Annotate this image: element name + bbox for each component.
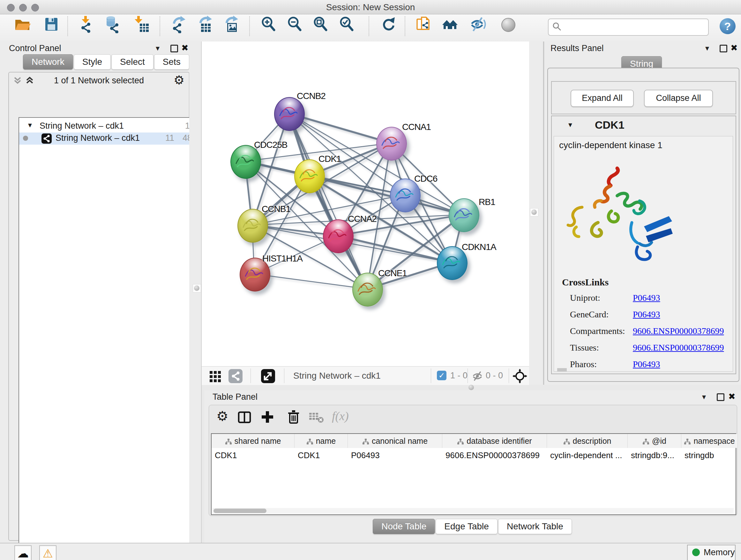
left-splitter[interactable] [189, 42, 202, 543]
control-panel-menu-icon[interactable]: ▾ [156, 44, 159, 53]
right-splitter[interactable] [529, 42, 543, 385]
results-panel-menu-icon[interactable]: ▾ [705, 44, 709, 53]
zoom-out-icon[interactable] [286, 15, 304, 33]
left-splitter-handle[interactable] [193, 284, 201, 293]
tab-edge-table[interactable]: Edge Table [435, 519, 497, 534]
search-icon [552, 22, 561, 31]
search-box [548, 18, 709, 36]
grid-view-icon[interactable] [208, 369, 222, 383]
tab-node-table[interactable]: Node Table [373, 519, 435, 534]
results-panel-float-icon[interactable] [720, 45, 727, 52]
network-node-ccnb2[interactable] [274, 97, 305, 131]
tab-style[interactable]: Style [74, 54, 111, 70]
right-splitter-handle[interactable] [530, 208, 538, 216]
open-view-in-window-icon[interactable] [261, 369, 275, 383]
collection-expander-icon[interactable]: ▼ [27, 122, 33, 129]
column-header-canonicalname[interactable]: canonical name [348, 434, 442, 448]
network-node-rb1[interactable] [449, 198, 479, 232]
crosslink-label: Pharos: [570, 359, 597, 369]
entry-expander-icon[interactable]: ▼ [567, 121, 574, 129]
toolbar-separator [249, 16, 250, 36]
hidden-counts: 0 - 0 [486, 371, 503, 381]
column-header-namespace[interactable]: namespace [681, 434, 738, 448]
tab-select[interactable]: Select [111, 54, 153, 70]
table-panel-float-icon[interactable] [717, 393, 724, 401]
create-column-icon[interactable] [260, 410, 275, 424]
export-network-icon[interactable] [170, 15, 188, 33]
delete-column-icon[interactable] [286, 409, 301, 425]
memory-label: Memory [704, 548, 735, 557]
expand-all-button[interactable]: Expand All [570, 90, 634, 107]
crosslink-link[interactable]: 9606.ENSP00000378699 [633, 343, 724, 353]
results-scrollbar-fragment[interactable] [557, 368, 567, 371]
control-panel-float-icon[interactable] [171, 45, 178, 52]
node-label-cdk1: CDK1 [319, 154, 341, 164]
import-network-file-icon[interactable] [78, 15, 96, 33]
network-canvas[interactable]: CCNB2CCNA1CDC25BCDK1CDC6RB1CCNB1CCNA2CDK… [202, 42, 529, 366]
crosslink-label: Uniprot: [570, 293, 600, 303]
string-view-icon[interactable] [228, 369, 243, 383]
crosslink-link[interactable]: P06493 [633, 309, 660, 320]
collapse-all-button[interactable]: Collapse All [644, 90, 713, 107]
function-builder-icon: f(x) [332, 409, 349, 423]
birdseye-view-icon[interactable] [499, 15, 517, 33]
tab-network-table[interactable]: Network Table [498, 519, 572, 534]
crosslink-link[interactable]: P06493 [633, 293, 660, 303]
column-header-id[interactable]: @id [628, 434, 681, 448]
zoom-fit-icon[interactable] [312, 15, 330, 33]
column-header-description[interactable]: description [547, 434, 628, 448]
export-image-icon[interactable] [223, 15, 241, 33]
help-icon[interactable]: ? [720, 18, 736, 34]
horizontal-splitter[interactable] [202, 385, 741, 390]
home-icon[interactable] [441, 15, 459, 33]
control-panel-close-icon[interactable]: ✖ [181, 43, 189, 53]
open-session-icon[interactable] [13, 15, 31, 33]
warnings-button[interactable]: ⚠ [39, 545, 57, 560]
zoom-in-icon[interactable] [260, 15, 278, 33]
apply-layout-icon[interactable] [380, 15, 397, 33]
results-panel-close-icon[interactable]: ✖ [731, 43, 738, 53]
show-columns-icon[interactable] [237, 410, 252, 424]
crosslink-link[interactable]: 9606.ENSP00000378699 [633, 326, 724, 336]
table-hscrollbar-thumb[interactable] [213, 509, 266, 513]
export-table-icon[interactable] [197, 15, 214, 33]
protein-squiggle-icon [391, 179, 420, 212]
node-entry-section: ▼ CDK1 cyclin-dependent kinase 1 [551, 116, 736, 374]
table-options-gear-icon[interactable]: ⚙ [216, 408, 228, 424]
hidden-items-eye-icon[interactable] [472, 370, 483, 382]
zoom-selected-icon[interactable] [338, 15, 356, 33]
network-row[interactable]: String Network – cdk1 11 48 [19, 132, 197, 145]
selected-checkbox[interactable]: ✓ [437, 371, 447, 380]
entry-description: cyclin-dependent kinase 1 [559, 140, 663, 150]
column-header-name[interactable]: name [294, 434, 348, 448]
crosslink-link[interactable]: P06493 [633, 359, 660, 369]
save-session-icon[interactable] [42, 15, 60, 33]
crosslink-label: Tissues: [570, 343, 599, 353]
entry-content: cyclin-dependent kinase 1 [554, 136, 733, 372]
network-node-cdk1[interactable] [294, 159, 325, 193]
import-network-database-icon[interactable] [103, 15, 121, 33]
protein-squiggle-icon [238, 209, 267, 242]
graphics-details-icon[interactable] [469, 15, 487, 33]
table-cell: stringdb [681, 449, 738, 461]
automation-cloud-button[interactable]: ☁ [14, 545, 31, 560]
results-panel-title: Results Panel [550, 44, 604, 53]
network-collection-row[interactable]: ▼ String Network – cdk1 1 [19, 120, 197, 132]
share-session-icon[interactable] [415, 15, 433, 33]
network-current-dot [23, 136, 28, 141]
search-input[interactable] [564, 20, 705, 33]
network-node-ccna2[interactable] [323, 219, 354, 253]
column-header-databaseidentifier[interactable]: database identifier [442, 434, 547, 448]
tab-network[interactable]: Network [23, 54, 73, 70]
import-table-icon[interactable] [133, 15, 151, 33]
tab-sets[interactable]: Sets [154, 54, 189, 70]
protein-squiggle-icon [377, 127, 406, 160]
network-options-gear-icon[interactable]: ⚙ [174, 73, 185, 87]
table-panel-close-icon[interactable]: ✖ [728, 391, 736, 401]
column-header-sharedname[interactable]: shared name [212, 434, 294, 448]
fit-crosshair-icon[interactable] [513, 369, 527, 383]
main-toolbar: ? [0, 14, 741, 42]
memory-button[interactable]: Memory [687, 545, 736, 560]
column-type-icon [563, 438, 570, 445]
table-panel-menu-icon[interactable]: ▾ [702, 392, 706, 401]
